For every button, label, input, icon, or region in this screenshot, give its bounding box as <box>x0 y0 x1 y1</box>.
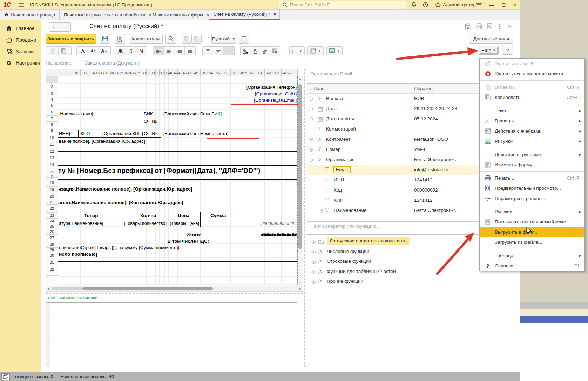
splitter-vertical[interactable] <box>304 69 305 367</box>
underline-button[interactable]: Ч <box>136 47 147 55</box>
col-header[interactable]: 61 <box>256 69 265 76</box>
cell-account-value[interactable]: [Банковский счет.Номер счета] <box>163 131 228 136</box>
print-icon[interactable] <box>475 23 482 29</box>
col-header[interactable]: 15 <box>95 69 100 76</box>
tab-close-icon[interactable]: ✕ <box>273 12 276 16</box>
function-group-4[interactable]: fxПрочие функции <box>307 277 513 287</box>
cell-supplier[interactable]: изация.Наименование полное], [Организаци… <box>58 186 192 192</box>
row-product[interactable]: атура.Наименование] <box>59 221 103 226</box>
sidebar-item-2[interactable]: Закупки <box>0 46 41 57</box>
th-sum[interactable]: Сумма <box>210 213 226 218</box>
main-menu-icon[interactable] <box>18 2 25 7</box>
col-header[interactable]: 62 <box>265 69 273 76</box>
menu-item-24[interactable]: ?СправкаF1 <box>480 261 584 271</box>
cell-inn[interactable]: ИНН] <box>59 131 70 136</box>
row-header[interactable]: 32 <box>46 266 58 273</box>
menu-item-16[interactable]: Параметры страницы... <box>480 193 584 203</box>
row-header[interactable]: 14 <box>46 161 58 168</box>
cells-dropdown[interactable]: ▼ <box>307 46 324 55</box>
row-header[interactable]: 3 <box>46 90 58 96</box>
align-left-icon[interactable] <box>153 47 164 55</box>
col-header[interactable]: 24 <box>123 69 128 76</box>
minimize-button[interactable]: — <box>489 2 494 8</box>
col-header[interactable]: 38 <box>165 69 169 76</box>
col-header[interactable]: 9 <box>65 69 72 76</box>
preview-button[interactable] <box>115 34 125 44</box>
menu-item-19[interactable]: Показывать поставляемый макет <box>480 217 584 227</box>
sheet-row-headers[interactable]: 1234567891011121314151617181920212223242… <box>46 76 58 285</box>
row-header[interactable]: 11 <box>46 141 58 147</box>
col-header[interactable]: 60 <box>248 69 256 76</box>
tab-1[interactable]: Печатные формы, отчеты и обработки✕ <box>60 10 148 20</box>
col-header[interactable]: 22 <box>119 69 123 76</box>
row-header[interactable]: 22 <box>46 205 58 213</box>
cell-bik-label[interactable]: БИК <box>144 111 153 116</box>
words-row[interactable]: исло прописью] <box>59 252 97 257</box>
row-header[interactable]: 30 <box>46 252 58 259</box>
available-fields-button[interactable]: Доступные поля <box>469 34 513 44</box>
valign-bottom-icon[interactable] <box>224 47 234 55</box>
sidebar-item-1[interactable]: Продажи <box>0 35 41 45</box>
copy-icon[interactable] <box>59 47 69 55</box>
paste-style-button[interactable] <box>192 34 202 44</box>
sidebar-item-0[interactable]: Главное <box>0 23 41 34</box>
history-icon[interactable] <box>423 2 428 8</box>
paste-icon[interactable] <box>48 47 59 55</box>
italic-button[interactable]: К <box>126 47 136 55</box>
total-label[interactable]: Итого: <box>186 232 201 238</box>
row-header[interactable]: 28 <box>46 241 58 248</box>
menu-item-4[interactable]: КопироватьCtrl+C <box>480 92 584 102</box>
menu-item-9[interactable]: Рисунки▶ <box>480 136 584 146</box>
col-header[interactable]: 65 <box>286 69 291 76</box>
col-header[interactable]: 18 <box>105 69 110 76</box>
menu-item-20[interactable]: Выгрузить в файл... <box>480 227 584 237</box>
font-bigger-icon[interactable]: A▲ <box>99 47 109 55</box>
maximize-button[interactable]: ☐ <box>501 2 506 8</box>
col-header[interactable] <box>291 69 298 76</box>
sheet-column-headers[interactable]: 8910121415171820212224262729303233353738… <box>58 69 298 76</box>
row-header[interactable]: 29 <box>46 248 58 252</box>
col-header[interactable]: 14 <box>90 69 95 76</box>
row-header[interactable]: 9 <box>46 127 58 134</box>
valign-top-icon[interactable] <box>203 47 213 55</box>
row-header[interactable] <box>46 273 58 276</box>
cell-site[interactable]: [Организация.Сайт] <box>255 91 297 96</box>
spreadsheet[interactable]: 8910121415171820212224262729303233353738… <box>46 69 303 285</box>
col-header[interactable]: 26 <box>128 69 132 76</box>
row-sum[interactable]: ############### <box>260 221 297 226</box>
row-header[interactable]: 4 <box>46 96 58 102</box>
favorites-icon[interactable] <box>435 2 441 8</box>
help-button[interactable]: ? <box>502 46 513 55</box>
cell-doc-title[interactable]: ту № [Номер.Без префикса] от [Формат([Да… <box>58 167 260 175</box>
col-header[interactable]: 20 <box>110 69 114 76</box>
borders-dropdown[interactable]: ▼ <box>289 46 305 55</box>
menu-item-21[interactable]: Загрузить из файла... <box>480 237 584 247</box>
row-header[interactable]: 15 <box>46 168 58 175</box>
row-header[interactable]: 25 <box>46 223 58 229</box>
close-form-icon[interactable]: ✕ <box>508 24 512 30</box>
row-header[interactable]: 18 <box>46 179 58 187</box>
valign-middle-icon[interactable] <box>213 47 224 55</box>
row-header[interactable]: 5 <box>46 102 58 108</box>
font-smaller-icon[interactable]: A▼ <box>88 47 99 55</box>
col-header[interactable]: 27 <box>132 69 137 76</box>
row-header[interactable]: 26 <box>46 229 58 235</box>
headers-footers-button[interactable]: Колонтитулы <box>129 34 163 44</box>
sheet-hscrollbar[interactable]: ◀ ▶ <box>46 286 303 292</box>
cell-text-area[interactable] <box>46 302 297 367</box>
user-name[interactable]: Администратор <box>443 2 476 7</box>
col-header[interactable]: 29 <box>137 69 141 76</box>
col-header[interactable]: 59 <box>243 69 248 76</box>
zoom-button[interactable] <box>165 34 176 44</box>
row-header[interactable]: 12 <box>46 147 58 155</box>
cell-account-label[interactable]: Сч. № <box>144 119 157 124</box>
tab-0[interactable]: Начальная страница <box>0 10 60 20</box>
cell-kpp-value[interactable]: [Организация.КПП] <box>102 131 143 136</box>
forward-button[interactable]: → <box>60 23 71 31</box>
col-header[interactable]: 43 <box>178 69 183 76</box>
pencil-icon[interactable] <box>260 47 270 55</box>
col-header[interactable]: 17 <box>100 69 105 76</box>
row-header[interactable]: 19 <box>46 187 58 192</box>
fill-color-icon[interactable] <box>241 47 250 55</box>
save-close-button[interactable]: Записать и закрыть <box>46 34 96 44</box>
